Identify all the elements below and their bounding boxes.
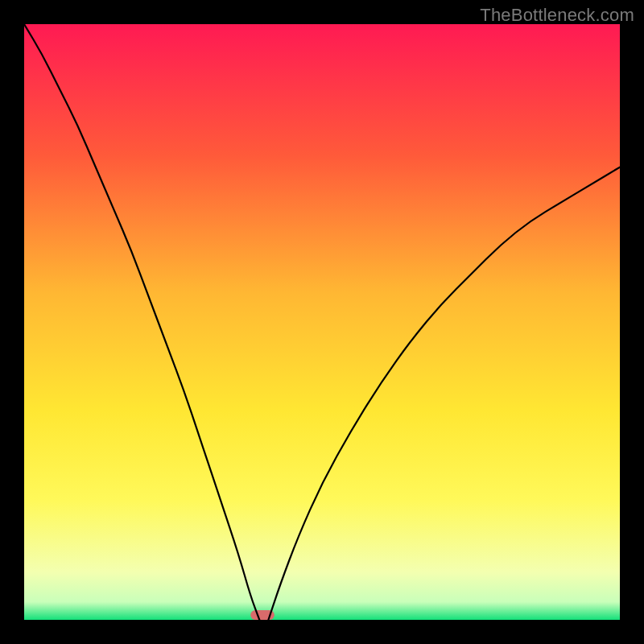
plot-area bbox=[24, 24, 620, 620]
chart-frame: TheBottleneck.com bbox=[0, 0, 644, 644]
gradient-background bbox=[24, 24, 620, 620]
chart-svg bbox=[24, 24, 620, 620]
watermark-text: TheBottleneck.com bbox=[480, 5, 634, 26]
